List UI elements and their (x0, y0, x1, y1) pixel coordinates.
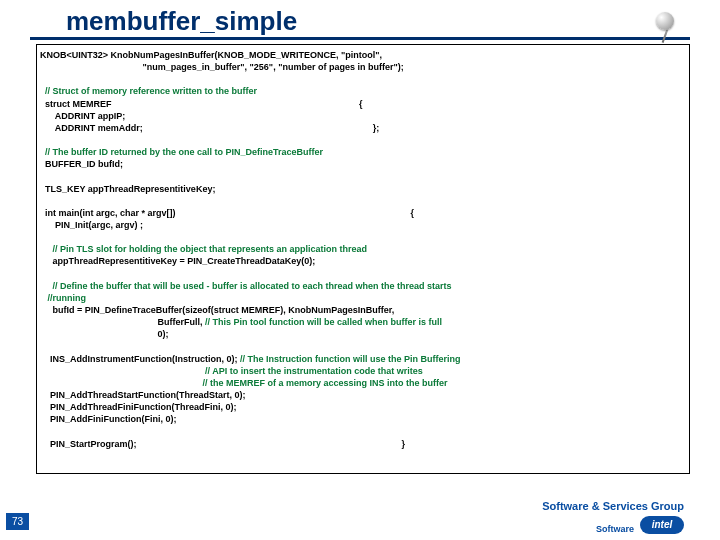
code-line: PIN_AddThreadStartFunction(ThreadStart, … (40, 390, 246, 400)
pushpin-icon (650, 10, 684, 44)
code-comment: //running (40, 293, 86, 303)
code-line: PIN_AddThreadFiniFunction(ThreadFini, 0)… (40, 402, 237, 412)
code-box: KNOB<UINT32> KnobNumPagesInBuffer(KNOB_M… (36, 44, 690, 474)
code-line: ADDRINT appIP; (40, 111, 125, 121)
code-line: ADDRINT memAddr; }; (40, 123, 379, 133)
code-line: INS_AddInstrumentFunction(Instruction, 0… (40, 354, 240, 364)
code-line: PIN_AddFiniFunction(Fini, 0); (40, 414, 177, 424)
code-line: BUFFER_ID bufId; (40, 159, 123, 169)
code-line: int main(int argc, char * argv[]) { (40, 208, 414, 218)
code-line: PIN_Init(argc, argv) ; (40, 220, 143, 230)
code-line: PIN_StartProgram(); } (40, 439, 405, 449)
code-line: appThreadRepresentitiveKey = PIN_CreateT… (40, 256, 315, 266)
code-comment: // API to insert the instrumentation cod… (40, 366, 423, 376)
intel-software-text: Software (596, 524, 634, 534)
code-comment: // The buffer ID returned by the one cal… (40, 147, 323, 157)
slide-title: membuffer_simple (30, 0, 690, 40)
code-line: bufId = PIN_DefineTraceBuffer(sizeof(str… (40, 305, 394, 315)
code-line: KNOB<UINT32> KnobNumPagesInBuffer(KNOB_M… (40, 50, 382, 60)
page-number: 73 (6, 513, 29, 530)
slide-container: membuffer_simple KNOB<UINT32> KnobNumPag… (0, 0, 720, 540)
code-comment: // Define the buffer that will be used -… (40, 281, 452, 291)
footer-text: Software & Services Group (542, 500, 684, 512)
code-comment: // Struct of memory reference written to… (40, 86, 257, 96)
code-comment: // The Instruction function will use the… (240, 354, 461, 364)
code-comment: // Pin TLS slot for holding the object t… (40, 244, 367, 254)
intel-logo-icon: intel (640, 516, 684, 534)
code-line: "num_pages_in_buffer", "256", "number of… (40, 62, 404, 72)
code-line: 0); (40, 329, 169, 339)
code-line: BufferFull, (40, 317, 205, 327)
code-line: TLS_KEY appThreadRepresentitiveKey; (40, 184, 215, 194)
code-comment: // the MEMREF of a memory accessing INS … (40, 378, 448, 388)
code-line: struct MEMREF { (40, 99, 363, 109)
code-comment: // This Pin tool function will be called… (205, 317, 442, 327)
